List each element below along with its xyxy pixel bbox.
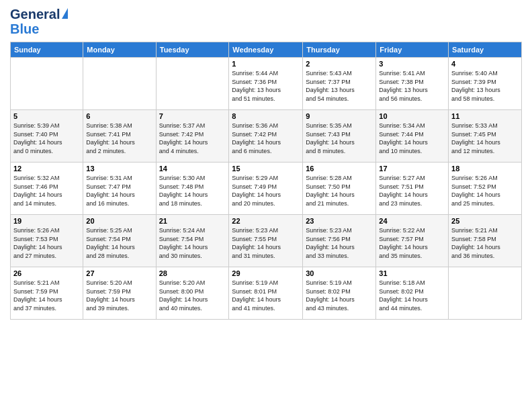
day-info: Sunrise: 5:21 AM Sunset: 7:59 PM Dayligh… — [13, 279, 80, 312]
day-info: Sunrise: 5:38 AM Sunset: 7:41 PM Dayligh… — [86, 122, 152, 155]
day-info: Sunrise: 5:32 AM Sunset: 7:46 PM Dayligh… — [13, 174, 80, 208]
calendar-cell: 19Sunrise: 5:26 AM Sunset: 7:53 PM Dayli… — [11, 215, 83, 267]
calendar-cell: 29Sunrise: 5:19 AM Sunset: 8:01 PM Dayli… — [229, 267, 303, 320]
day-number: 18 — [451, 165, 519, 173]
calendar-cell: 24Sunrise: 5:22 AM Sunset: 7:57 PM Dayli… — [376, 215, 449, 267]
calendar-cell — [449, 267, 522, 320]
day-number: 23 — [306, 217, 373, 225]
day-number: 7 — [159, 112, 226, 120]
calendar-week-row: 12Sunrise: 5:32 AM Sunset: 7:46 PM Dayli… — [11, 163, 522, 215]
calendar-cell: 6Sunrise: 5:38 AM Sunset: 7:41 PM Daylig… — [83, 110, 156, 163]
day-number: 12 — [13, 165, 80, 173]
calendar-cell: 30Sunrise: 5:19 AM Sunset: 8:02 PM Dayli… — [303, 267, 376, 320]
calendar-cell: 27Sunrise: 5:20 AM Sunset: 7:59 PM Dayli… — [83, 267, 156, 320]
calendar-cell — [156, 58, 229, 110]
day-number: 1 — [232, 60, 300, 68]
calendar-cell: 25Sunrise: 5:21 AM Sunset: 7:58 PM Dayli… — [449, 215, 522, 267]
calendar-week-row: 1Sunrise: 5:44 AM Sunset: 7:36 PM Daylig… — [11, 58, 522, 110]
day-info: Sunrise: 5:26 AM Sunset: 7:53 PM Dayligh… — [13, 226, 80, 260]
day-number: 28 — [159, 269, 226, 277]
calendar-cell: 1Sunrise: 5:44 AM Sunset: 7:36 PM Daylig… — [229, 58, 303, 110]
calendar-cell: 13Sunrise: 5:31 AM Sunset: 7:47 PM Dayli… — [83, 163, 156, 215]
col-sunday: Sunday — [11, 42, 83, 58]
day-info: Sunrise: 5:23 AM Sunset: 7:56 PM Dayligh… — [306, 226, 373, 260]
day-number: 15 — [232, 165, 300, 173]
day-number: 30 — [306, 269, 373, 277]
calendar-cell: 11Sunrise: 5:33 AM Sunset: 7:45 PM Dayli… — [449, 110, 522, 163]
page: General Blue Sunday Monday Tuesday Wedne… — [0, 0, 532, 411]
day-info: Sunrise: 5:40 AM Sunset: 7:39 PM Dayligh… — [451, 69, 519, 103]
day-info: Sunrise: 5:33 AM Sunset: 7:45 PM Dayligh… — [451, 122, 519, 155]
day-info: Sunrise: 5:41 AM Sunset: 7:38 PM Dayligh… — [379, 69, 445, 103]
day-number: 14 — [159, 165, 226, 173]
calendar-cell: 4Sunrise: 5:40 AM Sunset: 7:39 PM Daylig… — [449, 58, 522, 110]
calendar-cell: 20Sunrise: 5:25 AM Sunset: 7:54 PM Dayli… — [83, 215, 156, 267]
day-info: Sunrise: 5:23 AM Sunset: 7:55 PM Dayligh… — [232, 226, 300, 260]
day-info: Sunrise: 5:27 AM Sunset: 7:51 PM Dayligh… — [379, 174, 445, 208]
day-info: Sunrise: 5:20 AM Sunset: 7:59 PM Dayligh… — [86, 279, 152, 312]
calendar-week-row: 26Sunrise: 5:21 AM Sunset: 7:59 PM Dayli… — [11, 267, 522, 320]
day-number: 4 — [451, 60, 519, 68]
day-number: 22 — [232, 217, 300, 225]
calendar-cell: 16Sunrise: 5:28 AM Sunset: 7:50 PM Dayli… — [303, 163, 376, 215]
calendar-cell: 7Sunrise: 5:37 AM Sunset: 7:42 PM Daylig… — [156, 110, 229, 163]
day-info: Sunrise: 5:18 AM Sunset: 8:02 PM Dayligh… — [379, 279, 445, 312]
day-info: Sunrise: 5:39 AM Sunset: 7:40 PM Dayligh… — [13, 122, 80, 155]
day-number: 25 — [451, 217, 519, 225]
logo-triangle-icon — [62, 8, 68, 19]
calendar-cell: 26Sunrise: 5:21 AM Sunset: 7:59 PM Dayli… — [11, 267, 83, 320]
col-saturday: Saturday — [449, 42, 522, 58]
calendar-cell: 14Sunrise: 5:30 AM Sunset: 7:48 PM Dayli… — [156, 163, 229, 215]
calendar-cell: 17Sunrise: 5:27 AM Sunset: 7:51 PM Dayli… — [376, 163, 449, 215]
day-number: 9 — [306, 112, 373, 120]
day-number: 19 — [13, 217, 80, 225]
logo-general: General — [10, 7, 60, 21]
day-info: Sunrise: 5:44 AM Sunset: 7:36 PM Dayligh… — [232, 69, 300, 103]
col-tuesday: Tuesday — [156, 42, 229, 58]
calendar-cell: 10Sunrise: 5:34 AM Sunset: 7:44 PM Dayli… — [376, 110, 449, 163]
calendar-cell: 31Sunrise: 5:18 AM Sunset: 8:02 PM Dayli… — [376, 267, 449, 320]
calendar-cell: 15Sunrise: 5:29 AM Sunset: 7:49 PM Dayli… — [229, 163, 303, 215]
day-number: 3 — [379, 60, 445, 68]
calendar-cell: 22Sunrise: 5:23 AM Sunset: 7:55 PM Dayli… — [229, 215, 303, 267]
calendar-cell: 3Sunrise: 5:41 AM Sunset: 7:38 PM Daylig… — [376, 58, 449, 110]
day-info: Sunrise: 5:30 AM Sunset: 7:48 PM Dayligh… — [159, 174, 226, 208]
day-info: Sunrise: 5:25 AM Sunset: 7:54 PM Dayligh… — [86, 226, 152, 260]
col-friday: Friday — [376, 42, 449, 58]
calendar-cell: 9Sunrise: 5:35 AM Sunset: 7:43 PM Daylig… — [303, 110, 376, 163]
day-info: Sunrise: 5:19 AM Sunset: 8:01 PM Dayligh… — [232, 279, 300, 312]
day-number: 21 — [159, 217, 226, 225]
day-info: Sunrise: 5:28 AM Sunset: 7:50 PM Dayligh… — [306, 174, 373, 208]
calendar-cell: 12Sunrise: 5:32 AM Sunset: 7:46 PM Dayli… — [11, 163, 83, 215]
day-info: Sunrise: 5:36 AM Sunset: 7:42 PM Dayligh… — [232, 122, 300, 155]
day-number: 10 — [379, 112, 445, 120]
day-info: Sunrise: 5:21 AM Sunset: 7:58 PM Dayligh… — [451, 226, 519, 260]
logo: General Blue — [10, 7, 68, 36]
day-number: 16 — [306, 165, 373, 173]
day-number: 6 — [86, 112, 152, 120]
day-info: Sunrise: 5:19 AM Sunset: 8:02 PM Dayligh… — [306, 279, 373, 312]
calendar-cell: 23Sunrise: 5:23 AM Sunset: 7:56 PM Dayli… — [303, 215, 376, 267]
col-wednesday: Wednesday — [229, 42, 303, 58]
calendar-cell — [83, 58, 156, 110]
day-number: 8 — [232, 112, 300, 120]
day-info: Sunrise: 5:37 AM Sunset: 7:42 PM Dayligh… — [159, 122, 226, 155]
day-info: Sunrise: 5:26 AM Sunset: 7:52 PM Dayligh… — [451, 174, 519, 208]
day-number: 31 — [379, 269, 445, 277]
day-info: Sunrise: 5:20 AM Sunset: 8:00 PM Dayligh… — [159, 279, 226, 312]
header: General Blue — [10, 7, 522, 36]
calendar-cell: 5Sunrise: 5:39 AM Sunset: 7:40 PM Daylig… — [11, 110, 83, 163]
day-info: Sunrise: 5:43 AM Sunset: 7:37 PM Dayligh… — [306, 69, 373, 103]
day-info: Sunrise: 5:34 AM Sunset: 7:44 PM Dayligh… — [379, 122, 445, 155]
calendar-cell: 21Sunrise: 5:24 AM Sunset: 7:54 PM Dayli… — [156, 215, 229, 267]
calendar-cell: 2Sunrise: 5:43 AM Sunset: 7:37 PM Daylig… — [303, 58, 376, 110]
day-number: 5 — [13, 112, 80, 120]
day-number: 27 — [86, 269, 152, 277]
day-info: Sunrise: 5:35 AM Sunset: 7:43 PM Dayligh… — [306, 122, 373, 155]
day-number: 26 — [13, 269, 80, 277]
day-info: Sunrise: 5:22 AM Sunset: 7:57 PM Dayligh… — [379, 226, 445, 260]
logo-blue: Blue — [10, 21, 39, 36]
calendar-cell — [11, 58, 83, 110]
calendar-table: Sunday Monday Tuesday Wednesday Thursday… — [10, 42, 522, 320]
day-info: Sunrise: 5:24 AM Sunset: 7:54 PM Dayligh… — [159, 226, 226, 260]
